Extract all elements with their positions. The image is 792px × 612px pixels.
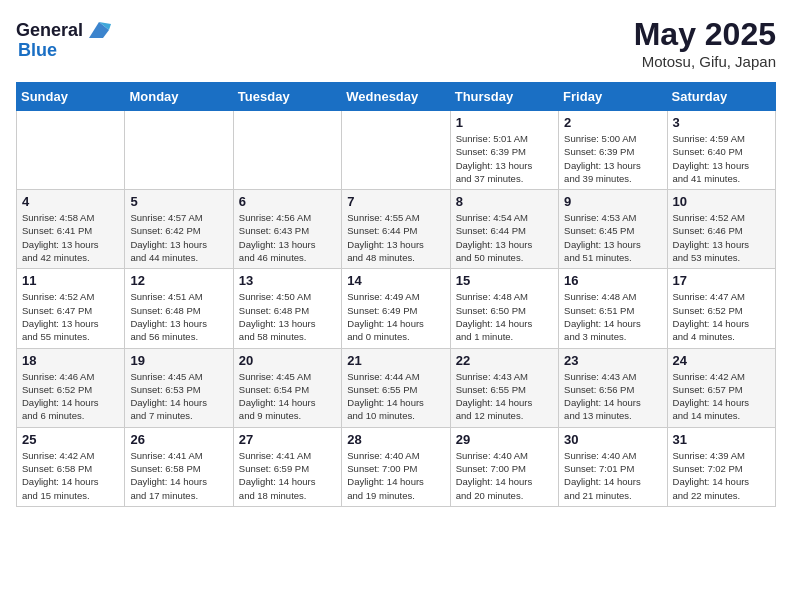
day-number: 10 [673, 194, 770, 209]
day-info: Sunrise: 4:45 AM Sunset: 6:54 PM Dayligh… [239, 370, 336, 423]
calendar-cell: 15Sunrise: 4:48 AM Sunset: 6:50 PM Dayli… [450, 269, 558, 348]
calendar-cell: 28Sunrise: 4:40 AM Sunset: 7:00 PM Dayli… [342, 427, 450, 506]
logo-general: General [16, 20, 83, 41]
calendar-cell: 17Sunrise: 4:47 AM Sunset: 6:52 PM Dayli… [667, 269, 775, 348]
logo-blue: Blue [18, 40, 57, 61]
day-number: 15 [456, 273, 553, 288]
day-number: 17 [673, 273, 770, 288]
calendar-cell: 6Sunrise: 4:56 AM Sunset: 6:43 PM Daylig… [233, 190, 341, 269]
day-number: 7 [347, 194, 444, 209]
calendar-cell: 24Sunrise: 4:42 AM Sunset: 6:57 PM Dayli… [667, 348, 775, 427]
day-info: Sunrise: 4:39 AM Sunset: 7:02 PM Dayligh… [673, 449, 770, 502]
day-number: 20 [239, 353, 336, 368]
day-info: Sunrise: 4:40 AM Sunset: 7:00 PM Dayligh… [347, 449, 444, 502]
weekday-header-saturday: Saturday [667, 83, 775, 111]
day-number: 16 [564, 273, 661, 288]
calendar-cell: 16Sunrise: 4:48 AM Sunset: 6:51 PM Dayli… [559, 269, 667, 348]
day-number: 3 [673, 115, 770, 130]
day-info: Sunrise: 4:51 AM Sunset: 6:48 PM Dayligh… [130, 290, 227, 343]
day-info: Sunrise: 4:53 AM Sunset: 6:45 PM Dayligh… [564, 211, 661, 264]
weekday-header-sunday: Sunday [17, 83, 125, 111]
day-info: Sunrise: 4:41 AM Sunset: 6:58 PM Dayligh… [130, 449, 227, 502]
calendar-cell: 23Sunrise: 4:43 AM Sunset: 6:56 PM Dayli… [559, 348, 667, 427]
weekday-header-row: SundayMondayTuesdayWednesdayThursdayFrid… [17, 83, 776, 111]
calendar-cell: 4Sunrise: 4:58 AM Sunset: 6:41 PM Daylig… [17, 190, 125, 269]
logo: General Blue [16, 16, 113, 61]
calendar-cell: 22Sunrise: 4:43 AM Sunset: 6:55 PM Dayli… [450, 348, 558, 427]
day-number: 19 [130, 353, 227, 368]
day-number: 27 [239, 432, 336, 447]
day-info: Sunrise: 4:43 AM Sunset: 6:55 PM Dayligh… [456, 370, 553, 423]
day-number: 30 [564, 432, 661, 447]
calendar-cell: 5Sunrise: 4:57 AM Sunset: 6:42 PM Daylig… [125, 190, 233, 269]
day-info: Sunrise: 4:52 AM Sunset: 6:47 PM Dayligh… [22, 290, 119, 343]
day-info: Sunrise: 4:44 AM Sunset: 6:55 PM Dayligh… [347, 370, 444, 423]
weekday-header-monday: Monday [125, 83, 233, 111]
calendar-cell: 29Sunrise: 4:40 AM Sunset: 7:00 PM Dayli… [450, 427, 558, 506]
day-number: 8 [456, 194, 553, 209]
page-header: General Blue May 2025 Motosu, Gifu, Japa… [16, 16, 776, 70]
month-year-title: May 2025 [634, 16, 776, 53]
calendar-week-row: 11Sunrise: 4:52 AM Sunset: 6:47 PM Dayli… [17, 269, 776, 348]
calendar-cell: 27Sunrise: 4:41 AM Sunset: 6:59 PM Dayli… [233, 427, 341, 506]
day-number: 5 [130, 194, 227, 209]
day-number: 2 [564, 115, 661, 130]
day-number: 31 [673, 432, 770, 447]
calendar-cell: 11Sunrise: 4:52 AM Sunset: 6:47 PM Dayli… [17, 269, 125, 348]
calendar-cell: 14Sunrise: 4:49 AM Sunset: 6:49 PM Dayli… [342, 269, 450, 348]
calendar-week-row: 1Sunrise: 5:01 AM Sunset: 6:39 PM Daylig… [17, 111, 776, 190]
day-info: Sunrise: 4:54 AM Sunset: 6:44 PM Dayligh… [456, 211, 553, 264]
day-info: Sunrise: 5:01 AM Sunset: 6:39 PM Dayligh… [456, 132, 553, 185]
calendar-cell: 9Sunrise: 4:53 AM Sunset: 6:45 PM Daylig… [559, 190, 667, 269]
day-number: 14 [347, 273, 444, 288]
day-number: 11 [22, 273, 119, 288]
day-info: Sunrise: 4:58 AM Sunset: 6:41 PM Dayligh… [22, 211, 119, 264]
calendar-table: SundayMondayTuesdayWednesdayThursdayFrid… [16, 82, 776, 507]
calendar-cell [233, 111, 341, 190]
day-number: 13 [239, 273, 336, 288]
day-info: Sunrise: 5:00 AM Sunset: 6:39 PM Dayligh… [564, 132, 661, 185]
day-info: Sunrise: 4:40 AM Sunset: 7:00 PM Dayligh… [456, 449, 553, 502]
day-number: 4 [22, 194, 119, 209]
calendar-cell: 13Sunrise: 4:50 AM Sunset: 6:48 PM Dayli… [233, 269, 341, 348]
calendar-cell: 19Sunrise: 4:45 AM Sunset: 6:53 PM Dayli… [125, 348, 233, 427]
day-number: 24 [673, 353, 770, 368]
calendar-cell: 25Sunrise: 4:42 AM Sunset: 6:58 PM Dayli… [17, 427, 125, 506]
weekday-header-wednesday: Wednesday [342, 83, 450, 111]
calendar-cell: 12Sunrise: 4:51 AM Sunset: 6:48 PM Dayli… [125, 269, 233, 348]
day-number: 1 [456, 115, 553, 130]
day-number: 25 [22, 432, 119, 447]
day-info: Sunrise: 4:55 AM Sunset: 6:44 PM Dayligh… [347, 211, 444, 264]
day-info: Sunrise: 4:40 AM Sunset: 7:01 PM Dayligh… [564, 449, 661, 502]
day-info: Sunrise: 4:48 AM Sunset: 6:51 PM Dayligh… [564, 290, 661, 343]
day-info: Sunrise: 4:43 AM Sunset: 6:56 PM Dayligh… [564, 370, 661, 423]
day-info: Sunrise: 4:57 AM Sunset: 6:42 PM Dayligh… [130, 211, 227, 264]
day-number: 9 [564, 194, 661, 209]
day-number: 6 [239, 194, 336, 209]
day-number: 26 [130, 432, 227, 447]
day-info: Sunrise: 4:48 AM Sunset: 6:50 PM Dayligh… [456, 290, 553, 343]
day-info: Sunrise: 4:42 AM Sunset: 6:58 PM Dayligh… [22, 449, 119, 502]
calendar-cell [17, 111, 125, 190]
day-number: 28 [347, 432, 444, 447]
calendar-cell: 2Sunrise: 5:00 AM Sunset: 6:39 PM Daylig… [559, 111, 667, 190]
calendar-cell: 26Sunrise: 4:41 AM Sunset: 6:58 PM Dayli… [125, 427, 233, 506]
calendar-cell: 1Sunrise: 5:01 AM Sunset: 6:39 PM Daylig… [450, 111, 558, 190]
weekday-header-thursday: Thursday [450, 83, 558, 111]
day-number: 29 [456, 432, 553, 447]
weekday-header-friday: Friday [559, 83, 667, 111]
day-info: Sunrise: 4:49 AM Sunset: 6:49 PM Dayligh… [347, 290, 444, 343]
calendar-cell: 7Sunrise: 4:55 AM Sunset: 6:44 PM Daylig… [342, 190, 450, 269]
day-info: Sunrise: 4:52 AM Sunset: 6:46 PM Dayligh… [673, 211, 770, 264]
calendar-cell [342, 111, 450, 190]
calendar-cell [125, 111, 233, 190]
day-number: 22 [456, 353, 553, 368]
calendar-week-row: 4Sunrise: 4:58 AM Sunset: 6:41 PM Daylig… [17, 190, 776, 269]
day-info: Sunrise: 4:46 AM Sunset: 6:52 PM Dayligh… [22, 370, 119, 423]
day-info: Sunrise: 4:59 AM Sunset: 6:40 PM Dayligh… [673, 132, 770, 185]
calendar-cell: 8Sunrise: 4:54 AM Sunset: 6:44 PM Daylig… [450, 190, 558, 269]
title-area: May 2025 Motosu, Gifu, Japan [634, 16, 776, 70]
logo-icon [85, 16, 113, 44]
day-number: 21 [347, 353, 444, 368]
day-info: Sunrise: 4:45 AM Sunset: 6:53 PM Dayligh… [130, 370, 227, 423]
